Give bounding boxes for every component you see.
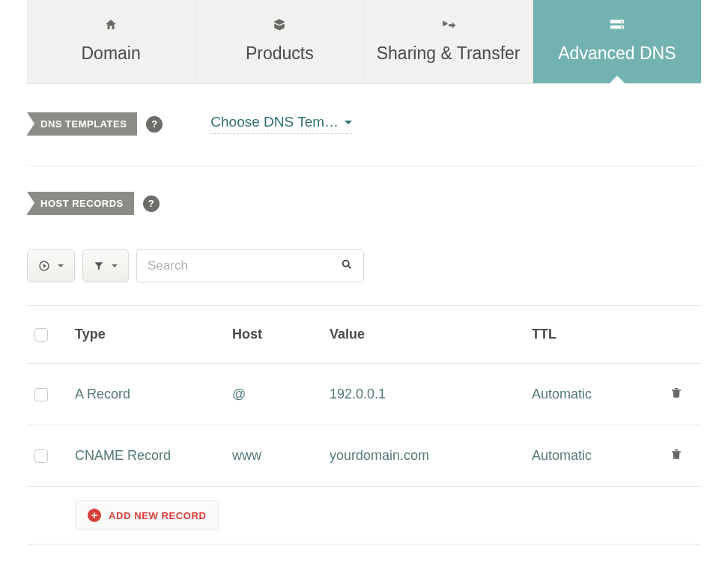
tab-bar: Domain Products Sharing & Transfer Advan…	[27, 0, 701, 84]
tab-label: Domain	[81, 43, 140, 63]
tab-label: Products	[246, 43, 314, 63]
search-icon[interactable]	[341, 258, 353, 273]
search-box	[136, 249, 364, 282]
chevron-down-icon	[345, 121, 352, 124]
svg-point-5	[343, 261, 349, 267]
add-new-record-button[interactable]: + ADD NEW RECORD	[75, 500, 219, 530]
table-row: A Record @ 192.0.0.1 Automatic	[27, 364, 701, 425]
chevron-down-icon	[112, 264, 118, 267]
delete-row-button[interactable]	[670, 385, 683, 404]
row-checkbox[interactable]	[34, 449, 48, 463]
table-row: CNAME Record www yourdomain.com Automati…	[27, 425, 701, 487]
cell-host[interactable]: www	[232, 448, 330, 464]
records-toolbar	[27, 249, 701, 282]
col-header-value: Value	[330, 327, 532, 342]
filter-icon	[94, 261, 104, 271]
cell-ttl[interactable]: Automatic	[532, 386, 644, 402]
table-header-row: Type Host Value TTL	[27, 306, 701, 364]
tab-label: Advanced DNS	[558, 43, 676, 63]
row-checkbox[interactable]	[34, 388, 48, 401]
divider	[27, 166, 701, 166]
host-records-section: HOST RECORDS ?	[27, 192, 701, 215]
tab-products[interactable]: Products	[195, 0, 364, 83]
section-label-host-records: HOST RECORDS	[27, 192, 134, 215]
col-header-ttl: TTL	[532, 327, 644, 342]
tab-label: Sharing & Transfer	[377, 43, 521, 63]
actions-dropdown-button[interactable]	[27, 249, 75, 282]
help-icon[interactable]: ?	[143, 195, 160, 212]
col-header-host: Host	[232, 327, 330, 342]
tab-sharing-transfer[interactable]: Sharing & Transfer	[365, 0, 533, 83]
cell-type[interactable]: A Record	[75, 386, 232, 402]
choose-dns-template-dropdown[interactable]: Choose DNS Tem…	[210, 114, 352, 134]
add-button-label: ADD NEW RECORD	[109, 510, 206, 521]
svg-point-3	[621, 26, 622, 28]
help-icon[interactable]: ?	[146, 116, 163, 133]
cell-value[interactable]: 192.0.0.1	[330, 386, 532, 402]
section-label-dns-templates: DNS TEMPLATES	[27, 112, 137, 136]
home-icon	[27, 18, 195, 33]
select-all-checkbox[interactable]	[34, 328, 48, 342]
host-records-table: Type Host Value TTL A Record @ 192.0.0.1…	[27, 305, 701, 545]
dropdown-label: Choose DNS Tem…	[210, 114, 339, 130]
dns-templates-section: DNS TEMPLATES ? Choose DNS Tem…	[27, 112, 701, 136]
server-icon	[533, 18, 701, 33]
cell-type[interactable]: CNAME Record	[75, 448, 232, 464]
cell-ttl[interactable]: Automatic	[532, 448, 644, 464]
search-input[interactable]	[148, 258, 341, 273]
delete-row-button[interactable]	[670, 446, 683, 465]
cell-value[interactable]: yourdomain.com	[330, 448, 532, 464]
tab-advanced-dns[interactable]: Advanced DNS	[533, 0, 701, 83]
filter-dropdown-button[interactable]	[82, 249, 129, 282]
trash-icon	[670, 446, 683, 461]
chevron-down-icon	[58, 264, 64, 267]
col-header-type: Type	[75, 327, 232, 342]
svg-line-6	[348, 266, 351, 268]
trash-icon	[670, 385, 683, 400]
add-row-area: + ADD NEW RECORD	[27, 487, 701, 545]
plus-icon: +	[88, 509, 101, 522]
svg-point-2	[621, 21, 622, 22]
tab-domain[interactable]: Domain	[27, 0, 195, 83]
share-icon	[365, 18, 533, 33]
box-icon	[195, 18, 363, 33]
play-circle-icon	[38, 260, 50, 272]
cell-host[interactable]: @	[232, 386, 330, 402]
